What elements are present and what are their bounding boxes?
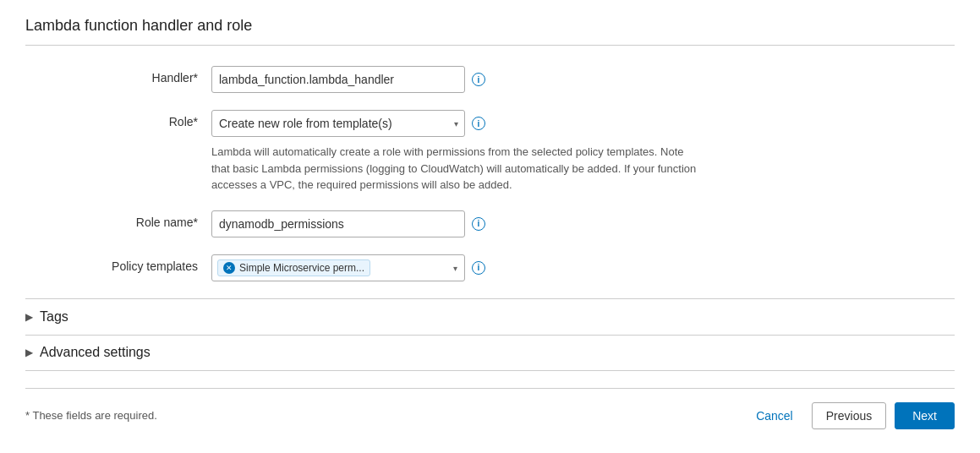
- next-button[interactable]: Next: [895, 402, 955, 429]
- advanced-header[interactable]: ▶ Advanced settings: [25, 335, 955, 370]
- previous-button[interactable]: Previous: [812, 402, 886, 429]
- role-name-row: Role name* i: [25, 210, 955, 237]
- handler-input[interactable]: [211, 66, 465, 93]
- role-row: Role* Create new role from template(s) C…: [25, 110, 955, 194]
- footer: * These fields are required. Cancel Prev…: [25, 388, 955, 429]
- policy-templates-label: Policy templates: [25, 254, 211, 273]
- handler-content: i: [211, 66, 955, 93]
- advanced-label: Advanced settings: [40, 345, 151, 360]
- role-name-content: i: [211, 210, 955, 237]
- role-name-input[interactable]: [211, 210, 465, 237]
- policy-info-icon[interactable]: i: [472, 261, 485, 275]
- role-name-info-icon[interactable]: i: [472, 217, 485, 231]
- advanced-section: ▶ Advanced settings: [25, 335, 955, 371]
- section-title: Lambda function handler and role: [25, 17, 955, 46]
- role-name-label: Role name*: [25, 210, 211, 229]
- role-select[interactable]: Create new role from template(s) Choose …: [211, 110, 465, 137]
- policy-templates-content: ✕ Simple Microservice perm... ▾ i: [211, 254, 955, 281]
- tags-arrow-icon: ▶: [25, 311, 33, 323]
- policy-chevron-icon: ▾: [453, 263, 457, 272]
- policy-templates-input-row: ✕ Simple Microservice perm... ▾ i: [211, 254, 955, 281]
- handler-input-row: i: [211, 66, 955, 93]
- role-content: Create new role from template(s) Choose …: [211, 110, 955, 194]
- handler-label: Handler*: [25, 66, 211, 85]
- cancel-button[interactable]: Cancel: [746, 404, 803, 428]
- policy-badge: ✕ Simple Microservice perm...: [217, 259, 370, 276]
- role-info-icon[interactable]: i: [472, 117, 485, 130]
- page-container: Lambda function handler and role Handler…: [0, 0, 980, 446]
- role-help-text: Lambda will automatically create a role …: [211, 144, 702, 194]
- handler-row: Handler* i: [25, 66, 955, 93]
- advanced-arrow-icon: ▶: [25, 347, 33, 358]
- role-label: Role*: [25, 110, 211, 128]
- policy-templates-select[interactable]: ✕ Simple Microservice perm... ▾: [211, 254, 465, 281]
- required-note: * These fields are required.: [25, 409, 157, 422]
- policy-templates-row: Policy templates ✕ Simple Microservice p…: [25, 254, 955, 281]
- role-input-row: Create new role from template(s) Choose …: [211, 110, 955, 137]
- handler-info-icon[interactable]: i: [472, 73, 485, 86]
- tags-section: ▶ Tags: [25, 298, 955, 336]
- role-name-input-row: i: [211, 210, 955, 237]
- tags-header[interactable]: ▶ Tags: [25, 299, 955, 335]
- footer-buttons: Cancel Previous Next: [746, 402, 955, 429]
- badge-remove-icon[interactable]: ✕: [223, 262, 235, 274]
- policy-badge-label: Simple Microservice perm...: [239, 262, 364, 274]
- tags-label: Tags: [40, 309, 68, 325]
- role-select-wrapper: Create new role from template(s) Choose …: [211, 110, 465, 137]
